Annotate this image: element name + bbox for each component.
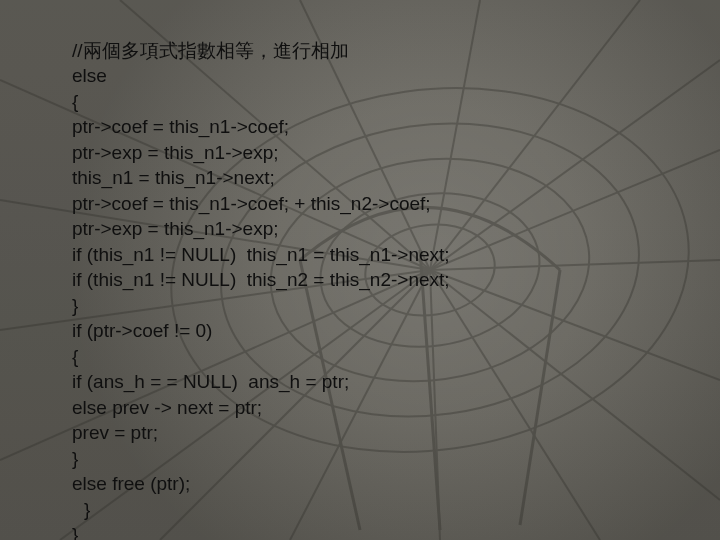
code-line: else free (ptr); (72, 473, 190, 494)
code-line: this_n1 = this_n1->next; (72, 167, 275, 188)
code-line: ptr->coef = this_n1->coef; + this_n2->co… (72, 193, 431, 214)
code-line: ptr->coef = this_n1->coef; (72, 116, 289, 137)
code-line: if (ans_h = = NULL) ans_h = ptr; (72, 371, 349, 392)
code-line: else prev -> next = ptr; (72, 397, 262, 418)
code-line: if (this_n1 != NULL) this_n2 = this_n2->… (72, 269, 450, 290)
code-line: if (ptr->coef != 0) (72, 320, 212, 341)
code-line: //兩個多項式指數相等，進行相加 (72, 40, 349, 61)
code-line: if (this_n1 != NULL) this_n1 = this_n1->… (72, 244, 450, 265)
code-line: else (72, 65, 107, 86)
code-line: } (72, 497, 90, 523)
code-line: } (72, 295, 78, 316)
code-block: //兩個多項式指數相等，進行相加 else { ptr->coef = this… (72, 12, 672, 540)
slide: //兩個多項式指數相等，進行相加 else { ptr->coef = this… (0, 0, 720, 540)
code-line: ptr->exp = this_n1->exp; (72, 218, 279, 239)
code-line: { (72, 91, 78, 112)
code-line: } (72, 524, 78, 540)
code-line: ptr->exp = this_n1->exp; (72, 142, 279, 163)
code-line: { (72, 346, 78, 367)
code-line: prev = ptr; (72, 422, 158, 443)
code-line: } (72, 448, 78, 469)
